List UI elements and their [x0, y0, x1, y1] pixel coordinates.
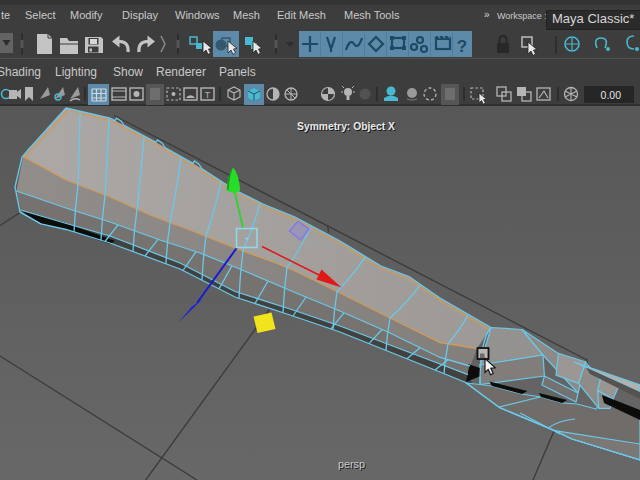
svg-text:T: T: [205, 90, 211, 100]
svg-text:persp: persp: [338, 458, 365, 470]
svg-text:Symmetry: Object X: Symmetry: Object X: [297, 121, 395, 132]
svg-text:?: ?: [457, 37, 467, 56]
svg-text:0.00: 0.00: [601, 89, 622, 101]
